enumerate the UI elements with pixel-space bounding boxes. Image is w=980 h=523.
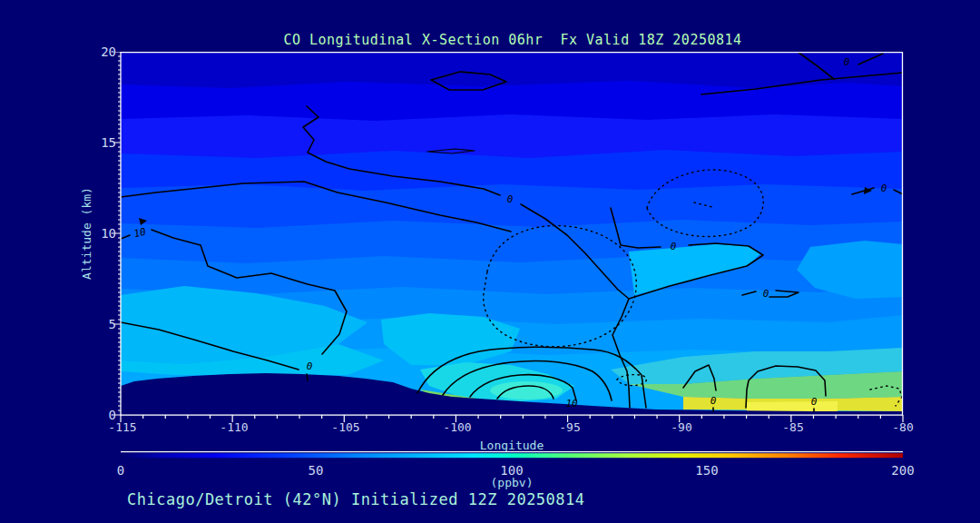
x-tick-label--85: -85 [771, 420, 815, 435]
y-axis-label: Altitude (km) [80, 187, 93, 280]
contour-label-0: 0 [307, 360, 313, 372]
colorbar [121, 451, 903, 459]
footer-title: Chicago/Detroit (42°N) Initialized 12Z 2… [127, 490, 585, 508]
y-tick-label-15: 15 [83, 135, 116, 150]
contour-label-0: 0 [671, 241, 677, 252]
colorbar-gradient [121, 453, 903, 458]
contour-label-0: 0 [844, 56, 850, 68]
colorbar-unit-label: (ppbv) [475, 476, 548, 489]
x-tick-label--100: -100 [436, 420, 479, 435]
contour-label-0: 0 [507, 193, 514, 205]
x-tick-label--90: -90 [660, 420, 703, 435]
colorbar-top-edge [121, 451, 903, 452]
x-tick-label--80: -80 [881, 420, 925, 435]
x-axis-label: Longitude [475, 439, 548, 452]
y-tick-label-20: 20 [83, 44, 116, 59]
x-tick-label--95: -95 [548, 420, 592, 435]
colorbar-tick-0: 0 [99, 463, 142, 478]
contour-label-0: 0 [710, 395, 717, 407]
colorbar-tick-200: 200 [881, 463, 925, 478]
contour-label-10: 10 [565, 398, 578, 410]
colorbar-tick-50: 50 [294, 463, 338, 478]
co-cross-section-plot: 0 0 0 0 0 0 0 0 10 10 [109, 52, 912, 426]
x-tick-label--110: -110 [212, 420, 256, 435]
contour-label-0: 0 [881, 183, 887, 194]
page-title: CO Longitudinal X-Section 06hr Fx Valid … [283, 32, 741, 48]
contour-label-0: 0 [811, 396, 818, 408]
y-tick-label-5: 5 [83, 317, 116, 331]
colorbar-tick-150: 150 [685, 463, 729, 478]
x-tick-label--105: -105 [324, 420, 368, 435]
contour-label-0: 0 [763, 288, 769, 300]
x-tick-label--115: -115 [101, 420, 144, 435]
co-xsection-screen: { "header": { "title": "CO Longitudinal … [0, 0, 980, 523]
